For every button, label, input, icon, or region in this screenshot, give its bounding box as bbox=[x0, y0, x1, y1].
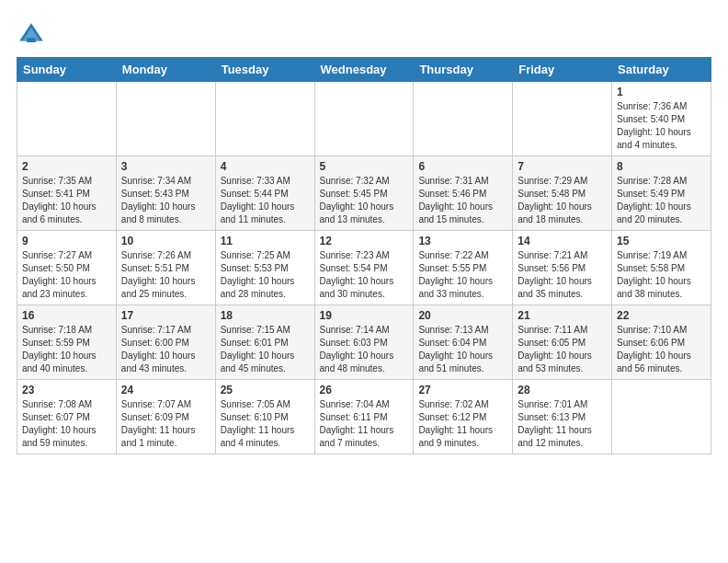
calendar-week-row: 23Sunrise: 7:08 AM Sunset: 6:07 PM Dayli… bbox=[17, 380, 711, 454]
day-number: 5 bbox=[320, 160, 409, 173]
day-number: 15 bbox=[617, 235, 706, 247]
day-number: 16 bbox=[22, 309, 111, 322]
day-number: 17 bbox=[121, 309, 210, 322]
calendar-cell: 2Sunrise: 7:35 AM Sunset: 5:41 PM Daylig… bbox=[17, 156, 117, 231]
day-number: 22 bbox=[617, 309, 706, 322]
day-number: 27 bbox=[418, 384, 507, 396]
day-number: 13 bbox=[418, 235, 507, 247]
calendar-cell: 10Sunrise: 7:26 AM Sunset: 5:51 PM Dayli… bbox=[116, 231, 215, 305]
day-info: Sunrise: 7:28 AM Sunset: 5:49 PM Dayligh… bbox=[617, 175, 706, 226]
day-info: Sunrise: 7:26 AM Sunset: 5:51 PM Dayligh… bbox=[121, 249, 210, 301]
calendar-day-header: Monday bbox=[116, 58, 215, 82]
calendar-cell: 25Sunrise: 7:05 AM Sunset: 6:10 PM Dayli… bbox=[215, 380, 314, 454]
day-info: Sunrise: 7:13 AM Sunset: 6:04 PM Dayligh… bbox=[418, 324, 507, 375]
day-number: 6 bbox=[418, 160, 507, 173]
calendar-day-header: Saturday bbox=[612, 58, 711, 82]
calendar-cell bbox=[414, 82, 513, 156]
day-number: 9 bbox=[22, 235, 111, 247]
day-number: 12 bbox=[320, 235, 409, 247]
calendar-cell: 19Sunrise: 7:14 AM Sunset: 6:03 PM Dayli… bbox=[314, 305, 414, 380]
day-number: 24 bbox=[121, 384, 210, 396]
day-info: Sunrise: 7:33 AM Sunset: 5:44 PM Dayligh… bbox=[221, 175, 310, 226]
day-info: Sunrise: 7:36 AM Sunset: 5:40 PM Dayligh… bbox=[617, 100, 706, 152]
day-number: 19 bbox=[320, 309, 409, 322]
day-number: 2 bbox=[22, 160, 111, 173]
calendar-cell: 26Sunrise: 7:04 AM Sunset: 6:11 PM Dayli… bbox=[314, 380, 414, 454]
day-number: 20 bbox=[418, 309, 507, 322]
day-info: Sunrise: 7:25 AM Sunset: 5:53 PM Dayligh… bbox=[221, 249, 310, 301]
day-info: Sunrise: 7:17 AM Sunset: 6:00 PM Dayligh… bbox=[121, 324, 210, 375]
calendar-cell: 21Sunrise: 7:11 AM Sunset: 6:05 PM Dayli… bbox=[513, 305, 612, 380]
calendar-cell: 14Sunrise: 7:21 AM Sunset: 5:56 PM Dayli… bbox=[513, 231, 612, 305]
day-number: 1 bbox=[617, 86, 706, 98]
page: SundayMondayTuesdayWednesdayThursdayFrid… bbox=[0, 0, 728, 464]
calendar-cell bbox=[513, 82, 612, 156]
day-info: Sunrise: 7:15 AM Sunset: 6:01 PM Dayligh… bbox=[221, 324, 310, 375]
day-number: 26 bbox=[320, 384, 409, 396]
day-info: Sunrise: 7:21 AM Sunset: 5:56 PM Dayligh… bbox=[518, 249, 607, 301]
calendar-cell bbox=[314, 82, 414, 156]
calendar-cell: 24Sunrise: 7:07 AM Sunset: 6:09 PM Dayli… bbox=[116, 380, 215, 454]
day-number: 11 bbox=[221, 235, 310, 247]
calendar-cell: 17Sunrise: 7:17 AM Sunset: 6:00 PM Dayli… bbox=[116, 305, 215, 380]
day-info: Sunrise: 7:31 AM Sunset: 5:46 PM Dayligh… bbox=[418, 175, 507, 226]
calendar-cell: 5Sunrise: 7:32 AM Sunset: 5:45 PM Daylig… bbox=[314, 156, 414, 231]
day-info: Sunrise: 7:32 AM Sunset: 5:45 PM Dayligh… bbox=[320, 175, 409, 226]
day-info: Sunrise: 7:22 AM Sunset: 5:55 PM Dayligh… bbox=[418, 249, 507, 301]
day-info: Sunrise: 7:19 AM Sunset: 5:58 PM Dayligh… bbox=[617, 249, 706, 301]
svg-rect-2 bbox=[27, 38, 36, 42]
calendar-cell: 3Sunrise: 7:34 AM Sunset: 5:43 PM Daylig… bbox=[116, 156, 215, 231]
day-info: Sunrise: 7:02 AM Sunset: 6:12 PM Dayligh… bbox=[418, 398, 507, 450]
day-info: Sunrise: 7:29 AM Sunset: 5:48 PM Dayligh… bbox=[518, 175, 607, 226]
calendar-cell: 18Sunrise: 7:15 AM Sunset: 6:01 PM Dayli… bbox=[215, 305, 314, 380]
logo bbox=[17, 20, 50, 50]
calendar-day-header: Wednesday bbox=[314, 58, 414, 82]
calendar-cell: 13Sunrise: 7:22 AM Sunset: 5:55 PM Dayli… bbox=[414, 231, 513, 305]
calendar-cell: 20Sunrise: 7:13 AM Sunset: 6:04 PM Dayli… bbox=[414, 305, 513, 380]
day-info: Sunrise: 7:07 AM Sunset: 6:09 PM Dayligh… bbox=[121, 398, 210, 450]
calendar-week-row: 9Sunrise: 7:27 AM Sunset: 5:50 PM Daylig… bbox=[17, 231, 711, 305]
calendar-day-header: Tuesday bbox=[215, 58, 314, 82]
calendar-cell: 28Sunrise: 7:01 AM Sunset: 6:13 PM Dayli… bbox=[513, 380, 612, 454]
calendar-cell: 8Sunrise: 7:28 AM Sunset: 5:49 PM Daylig… bbox=[612, 156, 711, 231]
day-info: Sunrise: 7:34 AM Sunset: 5:43 PM Dayligh… bbox=[121, 175, 210, 226]
day-info: Sunrise: 7:01 AM Sunset: 6:13 PM Dayligh… bbox=[518, 398, 607, 450]
logo-icon bbox=[17, 20, 46, 50]
calendar-cell: 22Sunrise: 7:10 AM Sunset: 6:06 PM Dayli… bbox=[612, 305, 711, 380]
day-info: Sunrise: 7:18 AM Sunset: 5:59 PM Dayligh… bbox=[22, 324, 111, 375]
day-number: 8 bbox=[617, 160, 706, 173]
calendar-cell: 27Sunrise: 7:02 AM Sunset: 6:12 PM Dayli… bbox=[414, 380, 513, 454]
calendar-cell bbox=[116, 82, 215, 156]
calendar-cell: 1Sunrise: 7:36 AM Sunset: 5:40 PM Daylig… bbox=[612, 82, 711, 156]
calendar-cell: 16Sunrise: 7:18 AM Sunset: 5:59 PM Dayli… bbox=[17, 305, 117, 380]
day-number: 18 bbox=[221, 309, 310, 322]
day-number: 3 bbox=[121, 160, 210, 173]
calendar-cell bbox=[17, 82, 117, 156]
calendar-day-header: Thursday bbox=[414, 58, 513, 82]
day-info: Sunrise: 7:05 AM Sunset: 6:10 PM Dayligh… bbox=[221, 398, 310, 450]
calendar-cell: 11Sunrise: 7:25 AM Sunset: 5:53 PM Dayli… bbox=[215, 231, 314, 305]
day-number: 21 bbox=[518, 309, 607, 322]
day-info: Sunrise: 7:11 AM Sunset: 6:05 PM Dayligh… bbox=[518, 324, 607, 375]
calendar-cell bbox=[612, 380, 711, 454]
day-number: 28 bbox=[518, 384, 607, 396]
header bbox=[17, 17, 711, 50]
day-number: 14 bbox=[518, 235, 607, 247]
day-info: Sunrise: 7:08 AM Sunset: 6:07 PM Dayligh… bbox=[22, 398, 111, 450]
calendar-cell: 15Sunrise: 7:19 AM Sunset: 5:58 PM Dayli… bbox=[612, 231, 711, 305]
day-number: 23 bbox=[22, 384, 111, 396]
calendar-cell: 12Sunrise: 7:23 AM Sunset: 5:54 PM Dayli… bbox=[314, 231, 414, 305]
calendar-day-header: Friday bbox=[513, 58, 612, 82]
calendar-week-row: 2Sunrise: 7:35 AM Sunset: 5:41 PM Daylig… bbox=[17, 156, 711, 231]
calendar-cell bbox=[215, 82, 314, 156]
calendar-week-row: 16Sunrise: 7:18 AM Sunset: 5:59 PM Dayli… bbox=[17, 305, 711, 380]
day-number: 7 bbox=[518, 160, 607, 173]
calendar-cell: 23Sunrise: 7:08 AM Sunset: 6:07 PM Dayli… bbox=[17, 380, 117, 454]
day-info: Sunrise: 7:04 AM Sunset: 6:11 PM Dayligh… bbox=[320, 398, 409, 450]
calendar-cell: 6Sunrise: 7:31 AM Sunset: 5:46 PM Daylig… bbox=[414, 156, 513, 231]
day-number: 25 bbox=[221, 384, 310, 396]
calendar-day-header: Sunday bbox=[17, 58, 117, 82]
calendar-week-row: 1Sunrise: 7:36 AM Sunset: 5:40 PM Daylig… bbox=[17, 82, 711, 156]
day-info: Sunrise: 7:23 AM Sunset: 5:54 PM Dayligh… bbox=[320, 249, 409, 301]
day-info: Sunrise: 7:35 AM Sunset: 5:41 PM Dayligh… bbox=[22, 175, 111, 226]
